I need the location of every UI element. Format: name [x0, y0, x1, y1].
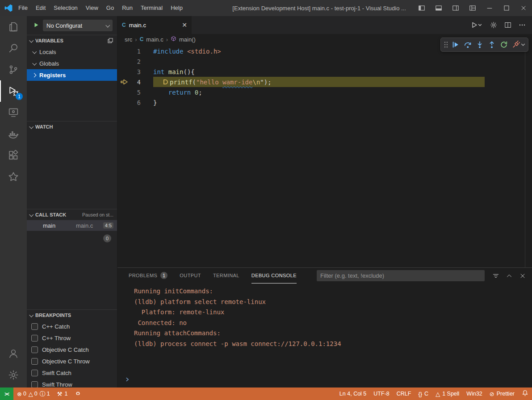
toggle-panel-icon[interactable]: [430, 0, 447, 16]
frame-file: main.c: [76, 222, 100, 229]
activity-run-and-debug-icon[interactable]: 1: [0, 80, 27, 102]
panel-tab-debug-console[interactable]: DEBUG CONSOLE: [251, 268, 297, 283]
menu-terminal[interactable]: Terminal: [137, 0, 167, 16]
more-actions-icon[interactable]: [519, 21, 526, 29]
checkbox-unchecked[interactable]: [31, 358, 38, 365]
activity-account-icon[interactable]: [0, 343, 27, 364]
restart-icon[interactable]: [498, 39, 510, 50]
encoding-status[interactable]: UTF-8: [370, 388, 393, 400]
breakpoint-objective-c-catch[interactable]: Objective C Catch: [27, 344, 117, 355]
panel-tab-terminal[interactable]: TERMINAL: [213, 268, 239, 283]
menu-selection[interactable]: Selection: [50, 0, 81, 16]
breadcrumb-file[interactable]: main.c: [146, 36, 163, 43]
debug-config-dropdown[interactable]: No Configurat: [43, 20, 113, 31]
notifications-bell[interactable]: [518, 388, 532, 400]
code-line-3[interactable]: 3int main(){: [117, 67, 532, 77]
remote-indicator[interactable]: ><: [0, 388, 13, 400]
maximize-panel-icon[interactable]: [504, 271, 514, 281]
console-filter-input[interactable]: [317, 270, 485, 281]
code-text: }: [153, 99, 157, 106]
code-line-6[interactable]: 6}: [117, 97, 532, 108]
breakpoint-objective-c-throw[interactable]: Objective C Throw: [27, 355, 117, 367]
step-into-icon[interactable]: [474, 39, 486, 50]
drag-grip-icon[interactable]: [443, 39, 449, 50]
panel-tab-problems[interactable]: PROBLEMS1: [129, 268, 168, 283]
activity-settings-gear-icon[interactable]: [0, 364, 27, 386]
menu-help[interactable]: Help: [167, 0, 187, 16]
call-stack-header[interactable]: CALL STACK Paused on st...: [27, 209, 117, 220]
watch-header[interactable]: WATCH: [27, 121, 117, 132]
activity-files-icon[interactable]: [0, 16, 27, 38]
menu-view[interactable]: View: [82, 0, 102, 16]
debug-status[interactable]: [71, 388, 85, 400]
gear-icon[interactable]: [490, 21, 497, 29]
breadcrumb-symbol[interactable]: main(): [179, 36, 196, 43]
run-or-debug-icon[interactable]: [471, 21, 483, 29]
checkbox-unchecked[interactable]: [31, 346, 38, 353]
breadcrumb-folder[interactable]: src: [125, 36, 132, 43]
toggle-secondary-sidebar-icon[interactable]: [447, 0, 464, 16]
variables-item-locals[interactable]: Locals: [27, 46, 117, 58]
customize-layout-icon[interactable]: [464, 0, 481, 16]
activity-source-control-icon[interactable]: [0, 59, 27, 80]
menu-run[interactable]: Run: [118, 0, 137, 16]
collapse-all-icon[interactable]: [107, 38, 113, 44]
spell-status[interactable]: △ 1 Spell: [432, 388, 463, 400]
editor-tab-bar: C main.c ✕: [117, 16, 532, 34]
start-debugging-icon[interactable]: [33, 22, 39, 29]
tasks-status[interactable]: ⚒ 1: [54, 388, 71, 400]
list-filter-icon[interactable]: [491, 271, 501, 281]
variables-header[interactable]: VARIABLES: [27, 35, 117, 46]
breakpoints-header[interactable]: BREAKPOINTS: [27, 310, 117, 321]
checkbox-unchecked[interactable]: [31, 335, 38, 342]
tab-main-c[interactable]: C main.c ✕: [117, 16, 192, 34]
breakpoint-swift-catch[interactable]: Swift Catch: [27, 367, 117, 379]
bottom-panel: PROBLEMS1OUTPUTTERMINALDEBUG CONSOLE Run…: [117, 267, 532, 388]
problems-status[interactable]: ⊗0 △0 ⓘ1: [13, 388, 54, 400]
activity-extensions-icon[interactable]: [0, 145, 27, 166]
step-out-icon[interactable]: [486, 39, 498, 50]
step-over-icon[interactable]: [462, 39, 473, 50]
code-text: int main(){: [153, 68, 195, 75]
eol-status[interactable]: CRLF: [393, 388, 415, 400]
cursor-position[interactable]: Ln 4, Col 5: [336, 388, 370, 400]
code-line-5[interactable]: 5 return 0;: [117, 87, 532, 97]
code-line-2[interactable]: 2: [117, 56, 532, 67]
panel-tab-output[interactable]: OUTPUT: [180, 268, 201, 283]
language-mode[interactable]: {} C: [415, 388, 432, 400]
breakpoint-c-throw[interactable]: C++ Throw: [27, 332, 117, 344]
chevron-down-icon: [29, 312, 34, 317]
debug-console-output[interactable]: Running initCommands:(lldb) platform sel…: [117, 283, 532, 388]
variables-item-globals[interactable]: Globals: [27, 58, 117, 69]
breakpoint-c-catch[interactable]: C++ Catch: [27, 321, 117, 332]
checkbox-unchecked[interactable]: [31, 370, 38, 376]
inline-breakpoint-icon[interactable]: [153, 79, 170, 85]
code-editor[interactable]: 1#include <stdio.h>23int main(){4printf(…: [117, 45, 532, 267]
toggle-primary-sidebar-icon[interactable]: [413, 0, 430, 16]
prettier-status[interactable]: ⊘ Prettier: [486, 388, 518, 400]
close-icon[interactable]: [515, 0, 532, 16]
activity-remote-explorer-icon[interactable]: [0, 102, 27, 123]
menu-go[interactable]: Go: [102, 0, 118, 16]
current-frame-arrow-icon[interactable]: [117, 79, 131, 85]
minimize-icon[interactable]: [481, 0, 498, 16]
activity-star-icon[interactable]: [0, 166, 27, 188]
close-panel-icon[interactable]: [518, 271, 528, 281]
chevron-down-icon[interactable]: [520, 39, 526, 50]
continue-icon[interactable]: [450, 39, 461, 50]
activity-search-icon[interactable]: [0, 38, 27, 59]
menu-file[interactable]: File: [14, 0, 32, 16]
split-editor-icon[interactable]: [504, 21, 511, 29]
code-line-4[interactable]: 4printf("hello wamr-ide\n");: [117, 77, 532, 87]
maximize-icon[interactable]: [498, 0, 515, 16]
variables-item-registers[interactable]: Registers: [27, 69, 117, 81]
run-and-debug-sidebar: No Configurat VARIABLES LocalsGlobalsReg…: [27, 16, 117, 388]
activity-docker-icon[interactable]: [0, 123, 27, 145]
menu-edit[interactable]: Edit: [32, 0, 50, 16]
checkbox-unchecked[interactable]: [31, 323, 38, 330]
checkbox-unchecked[interactable]: [31, 381, 38, 388]
platform-status[interactable]: Win32: [463, 388, 486, 400]
console-prompt-icon[interactable]: [125, 376, 130, 384]
close-tab-icon[interactable]: ✕: [182, 21, 187, 29]
call-stack-frame[interactable]: mainmain.c4:5: [27, 220, 117, 231]
